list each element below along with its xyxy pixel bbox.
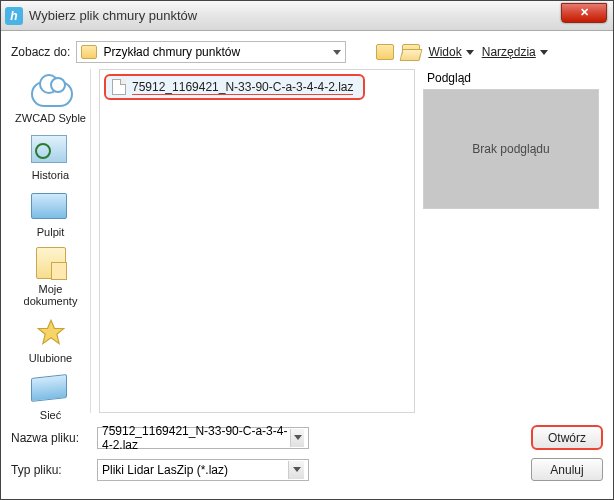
view-menu[interactable]: Widok	[428, 45, 473, 59]
titlebar: h Wybierz plik chmury punktów ✕	[1, 1, 613, 31]
cloud-icon	[31, 81, 73, 107]
look-in-dropdown[interactable]: Przykład chmury punktów	[76, 41, 346, 63]
sidebar-item-label: Ulubione	[14, 352, 88, 364]
cancel-button[interactable]: Anuluj	[531, 458, 603, 481]
bottom-panel: Nazwa pliku: 75912_1169421_N-33-90-C-a-3…	[11, 413, 603, 489]
file-dialog: h Wybierz plik chmury punktów ✕ Zobacz d…	[0, 0, 614, 500]
preview-area: Brak podglądu	[423, 89, 599, 209]
up-folder-icon[interactable]	[376, 44, 394, 60]
network-icon	[31, 374, 67, 402]
documents-icon	[36, 247, 66, 279]
chevron-down-icon	[293, 467, 301, 472]
preview-panel: Podgląd Brak podglądu	[423, 69, 603, 413]
look-in-value: Przykład chmury punktów	[103, 45, 333, 59]
filename-dropdown-button[interactable]	[290, 429, 304, 447]
preview-empty-text: Brak podglądu	[472, 142, 549, 156]
tools-menu[interactable]: Narzędzia	[482, 45, 548, 59]
chevron-down-icon	[540, 50, 548, 55]
window-title: Wybierz plik chmury punktów	[29, 8, 197, 23]
sidebar-item-label: Pulpit	[14, 226, 88, 238]
view-label: Widok	[428, 45, 461, 59]
close-button[interactable]: ✕	[561, 3, 607, 23]
filetype-dropdown-button[interactable]	[288, 461, 304, 479]
sidebar-item-documents[interactable]: Moje dokumenty	[14, 246, 88, 307]
sidebar-item-history[interactable]: Historia	[14, 132, 88, 181]
file-icon	[112, 79, 126, 95]
sidebar-item-label: Historia	[14, 169, 88, 181]
filename-label: Nazwa pliku:	[11, 431, 87, 445]
open-folder-icon[interactable]	[402, 44, 420, 60]
filename-input[interactable]: 75912_1169421_N-33-90-C-a-3-4-4-2.laz	[97, 427, 309, 449]
filename-value: 75912_1169421_N-33-90-C-a-3-4-4-2.laz	[102, 424, 290, 452]
look-in-label: Zobacz do:	[11, 45, 70, 59]
svg-marker-0	[38, 320, 64, 343]
desktop-icon	[31, 193, 67, 219]
file-item-selected[interactable]: 75912_1169421_N-33-90-C-a-3-4-4-2.laz	[104, 74, 365, 100]
star-icon	[37, 317, 65, 347]
open-button[interactable]: Otwórz	[531, 425, 603, 450]
chevron-down-icon	[294, 435, 302, 440]
preview-label: Podgląd	[427, 71, 603, 85]
sidebar-item-label: Moje dokumenty	[14, 283, 88, 307]
sidebar-item-zwcad[interactable]: ZWCAD Syble	[14, 75, 88, 124]
chevron-down-icon	[333, 50, 341, 55]
app-icon: h	[5, 7, 23, 25]
file-name: 75912_1169421_N-33-90-C-a-3-4-4-2.laz	[132, 80, 353, 95]
file-list[interactable]: 75912_1169421_N-33-90-C-a-3-4-4-2.laz	[99, 69, 415, 413]
places-sidebar: ZWCAD Syble Historia Pulpit Moje dokumen…	[11, 69, 91, 413]
chevron-down-icon	[466, 50, 474, 55]
sidebar-item-label: ZWCAD Syble	[14, 112, 88, 124]
sidebar-item-favorites[interactable]: Ulubione	[14, 315, 88, 364]
tools-label: Narzędzia	[482, 45, 536, 59]
filetype-value: Pliki Lidar LasZip (*.laz)	[102, 463, 228, 477]
history-icon	[31, 135, 67, 163]
folder-icon	[81, 45, 97, 59]
filetype-label: Typ pliku:	[11, 463, 87, 477]
filetype-dropdown[interactable]: Pliki Lidar LasZip (*.laz)	[97, 459, 309, 481]
sidebar-item-desktop[interactable]: Pulpit	[14, 189, 88, 238]
